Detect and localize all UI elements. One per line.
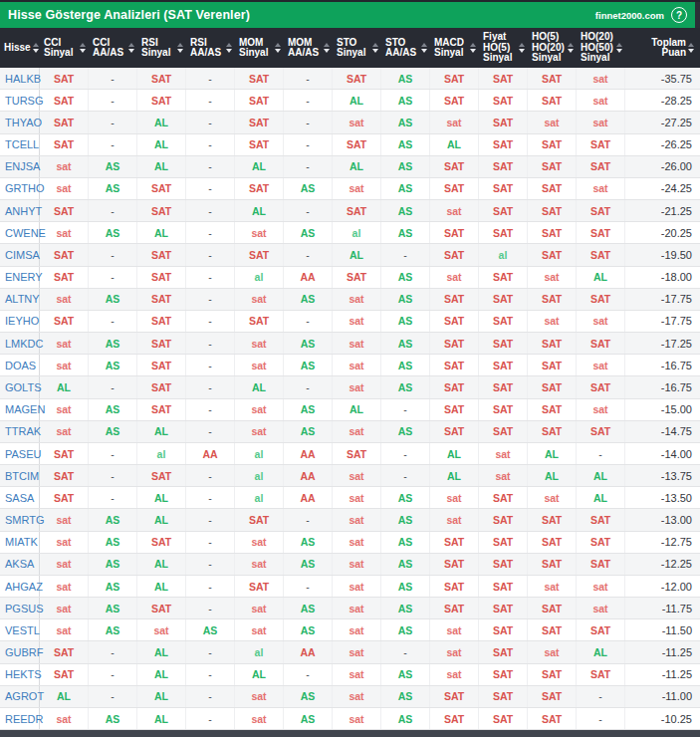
signal-cell: sat — [430, 112, 479, 132]
signal-cell: AS — [186, 619, 235, 640]
ticker-cell[interactable]: AHGAZ — [0, 576, 40, 597]
ticker-cell[interactable]: LMKDC — [0, 333, 40, 354]
table-row: TTRAKsatASAL-satASsatASSATSATSATSAT-14.7… — [0, 421, 700, 443]
ticker-cell[interactable]: IEYHO — [0, 311, 40, 332]
signal-cell: AS — [381, 598, 430, 618]
ticker-cell[interactable]: MAGEN — [0, 399, 40, 420]
signal-cell: - — [186, 465, 235, 486]
signal-cell: sat — [479, 465, 528, 486]
signal-cell: sat — [528, 311, 577, 332]
signal-cell: - — [186, 200, 235, 221]
header-cell-macd-sinyal[interactable]: MACDSinyal — [430, 28, 479, 68]
ticker-cell[interactable]: ENERY — [0, 267, 40, 288]
header-cell-ho5-ho20-sinyal[interactable]: HO(5)HO(20)Sinyal — [528, 28, 577, 68]
titlebar: Hisse Gösterge Analizleri (SAT Verenler)… — [0, 2, 695, 28]
header-cell-hisse[interactable]: Hisse — [0, 28, 40, 68]
ticker-cell[interactable]: REEDR — [0, 708, 40, 729]
signal-cell: - — [89, 487, 137, 508]
signal-cell: sat — [577, 311, 625, 332]
signal-cell: sat — [40, 222, 89, 243]
ticker-cell[interactable]: GUBRF — [0, 641, 40, 662]
signal-cell: sat — [333, 619, 381, 640]
ticker-cell[interactable]: MIATK — [0, 532, 40, 553]
ticker-cell[interactable]: TTRAK — [0, 421, 40, 442]
signal-cell: - — [284, 90, 333, 111]
table-row: VESTLsatASsatASsatASsatASsatSATSATSAT-11… — [0, 619, 700, 641]
header-cell-mom-aaas[interactable]: MOMAA/AS — [284, 28, 333, 68]
ticker-cell[interactable]: ALTNY — [0, 289, 40, 310]
signal-cell: SAT — [528, 333, 577, 354]
header-cell-rsi-aaas[interactable]: RSIAA/AS — [186, 28, 235, 68]
signal-cell: AS — [89, 222, 137, 243]
signal-cell: SAT — [577, 619, 625, 640]
ticker-cell[interactable]: DOAS — [0, 355, 40, 375]
signal-cell: SAT — [137, 532, 186, 553]
help-icon[interactable]: ? — [671, 7, 687, 23]
sort-icon — [275, 43, 281, 53]
header-label-line: Hisse — [4, 43, 31, 54]
signal-cell: AL — [40, 686, 89, 707]
ticker-cell[interactable]: CIMSA — [0, 244, 40, 265]
signal-cell: sat — [235, 355, 284, 375]
signal-cell: - — [381, 244, 430, 265]
table-header: HisseCCISinyalCCIAA/ASRSISinyalRSIAA/ASM… — [0, 28, 700, 68]
score-cell: -16.75 — [625, 376, 700, 397]
signal-cell: SAT — [479, 134, 528, 155]
signal-cell: sat — [40, 619, 89, 640]
signal-cell: SAT — [137, 200, 186, 221]
signal-cell: SAT — [528, 178, 577, 199]
header-cell-cci-aaas[interactable]: CCIAA/AS — [89, 28, 137, 68]
signal-cell: - — [284, 509, 333, 530]
signal-cell: SAT — [528, 68, 577, 89]
ticker-cell[interactable]: BTCIM — [0, 465, 40, 486]
signal-cell: SAT — [479, 598, 528, 618]
signal-cell: SAT — [479, 554, 528, 575]
header-cell-rsi-sinyal[interactable]: RSISinyal — [137, 28, 186, 68]
signal-cell: - — [186, 664, 235, 685]
ticker-cell[interactable]: AGROT — [0, 686, 40, 707]
ticker-cell[interactable]: HALKB — [0, 68, 40, 89]
header-cell-sto-sinyal[interactable]: STOSinyal — [333, 28, 381, 68]
signal-cell: sat — [235, 222, 284, 243]
signal-cell: SAT — [137, 333, 186, 354]
signal-cell: SAT — [528, 200, 577, 221]
signal-cell: al — [235, 465, 284, 486]
score-cell: -11.25 — [625, 641, 700, 662]
header-cell-cci-sinyal[interactable]: CCISinyal — [40, 28, 89, 68]
ticker-cell[interactable]: TURSG — [0, 90, 40, 111]
signal-cell: AS — [381, 686, 430, 707]
header-cell-fiyat-ho5-sinyal[interactable]: FiyatHO(5)Sinyal — [479, 28, 528, 68]
ticker-cell[interactable]: SASA — [0, 487, 40, 508]
header-cell-mom-sinyal[interactable]: MOMSinyal — [235, 28, 284, 68]
signal-cell: SAT — [479, 576, 528, 597]
ticker-cell[interactable]: THYAO — [0, 112, 40, 132]
header-cell-sto-aaas[interactable]: STOAA/AS — [381, 28, 430, 68]
header-cell-ho20-ho50-sinyal[interactable]: HO(20)HO(50)Sinyal — [577, 28, 625, 68]
signal-cell: AA — [284, 267, 333, 288]
ticker-cell[interactable]: PGSUS — [0, 598, 40, 618]
ticker-cell[interactable]: GRTHO — [0, 178, 40, 199]
signal-cell: SAT — [528, 222, 577, 243]
ticker-cell[interactable]: HEKTS — [0, 664, 40, 685]
signal-cell: sat — [235, 289, 284, 310]
signal-cell: AL — [137, 509, 186, 530]
signal-cell: SAT — [137, 178, 186, 199]
signal-cell: SAT — [333, 267, 381, 288]
score-cell: -14.00 — [625, 443, 700, 464]
signal-cell: SAT — [40, 244, 89, 265]
ticker-cell[interactable]: PASEU — [0, 443, 40, 464]
ticker-cell[interactable]: GOLTS — [0, 376, 40, 397]
score-cell: -11.25 — [625, 664, 700, 685]
ticker-cell[interactable]: CWENE — [0, 222, 40, 243]
ticker-cell[interactable]: VESTL — [0, 619, 40, 640]
ticker-cell[interactable]: SMRTG — [0, 509, 40, 530]
ticker-cell[interactable]: AKSA — [0, 554, 40, 575]
signal-cell: SAT — [479, 509, 528, 530]
ticker-cell[interactable]: ENJSA — [0, 156, 40, 177]
header-cell-toplam-puan[interactable]: ToplamPuan — [625, 28, 700, 68]
signal-cell: sat — [333, 112, 381, 132]
table-row: SMRTGsatASAL-SAT-satASsatSATSATSAT-13.00 — [0, 509, 700, 531]
ticker-cell[interactable]: TCELL — [0, 134, 40, 155]
ticker-cell[interactable]: ANHYT — [0, 200, 40, 221]
signal-cell: AS — [89, 289, 137, 310]
